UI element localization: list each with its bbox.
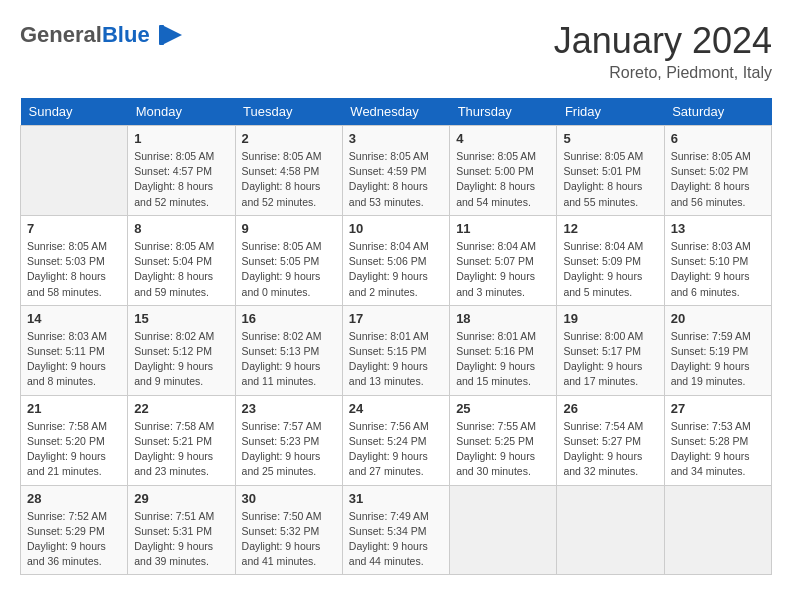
sunrise-label: Sunrise: 7:57 AM [242, 420, 322, 432]
calendar-cell: 16Sunrise: 8:02 AMSunset: 5:13 PMDayligh… [235, 305, 342, 395]
calendar-cell: 25Sunrise: 7:55 AMSunset: 5:25 PMDayligh… [450, 395, 557, 485]
day-info: Sunrise: 8:03 AMSunset: 5:10 PMDaylight:… [671, 239, 765, 300]
logo-general-text: General [20, 22, 102, 47]
sunrise-label: Sunrise: 7:58 AM [134, 420, 214, 432]
sunrise-label: Sunrise: 7:55 AM [456, 420, 536, 432]
day-number: 19 [563, 311, 657, 326]
day-number: 27 [671, 401, 765, 416]
calendar-week-2: 7Sunrise: 8:05 AMSunset: 5:03 PMDaylight… [21, 215, 772, 305]
day-number: 28 [27, 491, 121, 506]
calendar-cell: 18Sunrise: 8:01 AMSunset: 5:16 PMDayligh… [450, 305, 557, 395]
calendar-week-5: 28Sunrise: 7:52 AMSunset: 5:29 PMDayligh… [21, 485, 772, 575]
day-info: Sunrise: 8:05 AMSunset: 5:00 PMDaylight:… [456, 149, 550, 210]
calendar-header: SundayMondayTuesdayWednesdayThursdayFrid… [21, 98, 772, 126]
sunrise-label: Sunrise: 7:53 AM [671, 420, 751, 432]
day-number: 22 [134, 401, 228, 416]
calendar-cell: 14Sunrise: 8:03 AMSunset: 5:11 PMDayligh… [21, 305, 128, 395]
daylight-label: Daylight: 9 hours and 9 minutes. [134, 360, 213, 387]
sunrise-label: Sunrise: 8:00 AM [563, 330, 643, 342]
day-info: Sunrise: 8:05 AMSunset: 5:01 PMDaylight:… [563, 149, 657, 210]
daylight-label: Daylight: 9 hours and 6 minutes. [671, 270, 750, 297]
day-number: 7 [27, 221, 121, 236]
sunrise-label: Sunrise: 8:02 AM [134, 330, 214, 342]
day-number: 6 [671, 131, 765, 146]
day-info: Sunrise: 8:04 AMSunset: 5:06 PMDaylight:… [349, 239, 443, 300]
calendar-cell: 29Sunrise: 7:51 AMSunset: 5:31 PMDayligh… [128, 485, 235, 575]
sunset-label: Sunset: 5:02 PM [671, 165, 749, 177]
weekday-header-tuesday: Tuesday [235, 98, 342, 126]
sunrise-label: Sunrise: 8:05 AM [27, 240, 107, 252]
daylight-label: Daylight: 9 hours and 3 minutes. [456, 270, 535, 297]
sunset-label: Sunset: 5:03 PM [27, 255, 105, 267]
day-number: 3 [349, 131, 443, 146]
calendar-cell: 5Sunrise: 8:05 AMSunset: 5:01 PMDaylight… [557, 126, 664, 216]
sunrise-label: Sunrise: 7:51 AM [134, 510, 214, 522]
calendar-cell: 10Sunrise: 8:04 AMSunset: 5:06 PMDayligh… [342, 215, 449, 305]
day-info: Sunrise: 7:59 AMSunset: 5:19 PMDaylight:… [671, 329, 765, 390]
day-info: Sunrise: 8:01 AMSunset: 5:15 PMDaylight:… [349, 329, 443, 390]
day-info: Sunrise: 8:04 AMSunset: 5:09 PMDaylight:… [563, 239, 657, 300]
sunset-label: Sunset: 5:15 PM [349, 345, 427, 357]
day-number: 23 [242, 401, 336, 416]
sunset-label: Sunset: 5:13 PM [242, 345, 320, 357]
weekday-header-saturday: Saturday [664, 98, 771, 126]
sunset-label: Sunset: 5:29 PM [27, 525, 105, 537]
day-info: Sunrise: 8:02 AMSunset: 5:13 PMDaylight:… [242, 329, 336, 390]
daylight-label: Daylight: 8 hours and 52 minutes. [134, 180, 213, 207]
day-info: Sunrise: 8:05 AMSunset: 5:04 PMDaylight:… [134, 239, 228, 300]
day-info: Sunrise: 8:05 AMSunset: 4:58 PMDaylight:… [242, 149, 336, 210]
daylight-label: Daylight: 9 hours and 36 minutes. [27, 540, 106, 567]
day-info: Sunrise: 7:49 AMSunset: 5:34 PMDaylight:… [349, 509, 443, 570]
sunrise-label: Sunrise: 8:04 AM [349, 240, 429, 252]
daylight-label: Daylight: 8 hours and 52 minutes. [242, 180, 321, 207]
page-header: GeneralBlue January 2024 Roreto, Piedmon… [20, 20, 772, 82]
sunrise-label: Sunrise: 8:05 AM [242, 240, 322, 252]
daylight-label: Daylight: 9 hours and 41 minutes. [242, 540, 321, 567]
day-info: Sunrise: 7:53 AMSunset: 5:28 PMDaylight:… [671, 419, 765, 480]
title-block: January 2024 Roreto, Piedmont, Italy [554, 20, 772, 82]
day-info: Sunrise: 7:58 AMSunset: 5:21 PMDaylight:… [134, 419, 228, 480]
day-info: Sunrise: 8:03 AMSunset: 5:11 PMDaylight:… [27, 329, 121, 390]
sunrise-label: Sunrise: 7:52 AM [27, 510, 107, 522]
day-number: 8 [134, 221, 228, 236]
daylight-label: Daylight: 9 hours and 30 minutes. [456, 450, 535, 477]
sunset-label: Sunset: 5:27 PM [563, 435, 641, 447]
daylight-label: Daylight: 9 hours and 13 minutes. [349, 360, 428, 387]
day-info: Sunrise: 8:01 AMSunset: 5:16 PMDaylight:… [456, 329, 550, 390]
day-number: 17 [349, 311, 443, 326]
sunset-label: Sunset: 5:28 PM [671, 435, 749, 447]
sunrise-label: Sunrise: 8:02 AM [242, 330, 322, 342]
logo-icon [154, 20, 184, 50]
sunrise-label: Sunrise: 8:04 AM [563, 240, 643, 252]
sunset-label: Sunset: 5:24 PM [349, 435, 427, 447]
calendar-cell: 12Sunrise: 8:04 AMSunset: 5:09 PMDayligh… [557, 215, 664, 305]
daylight-label: Daylight: 9 hours and 8 minutes. [27, 360, 106, 387]
day-number: 14 [27, 311, 121, 326]
day-number: 31 [349, 491, 443, 506]
day-number: 15 [134, 311, 228, 326]
weekday-header-wednesday: Wednesday [342, 98, 449, 126]
sunset-label: Sunset: 5:06 PM [349, 255, 427, 267]
day-info: Sunrise: 7:55 AMSunset: 5:25 PMDaylight:… [456, 419, 550, 480]
daylight-label: Daylight: 8 hours and 53 minutes. [349, 180, 428, 207]
logo-blue-text: Blue [102, 22, 150, 47]
day-info: Sunrise: 8:05 AMSunset: 5:05 PMDaylight:… [242, 239, 336, 300]
day-number: 9 [242, 221, 336, 236]
daylight-label: Daylight: 9 hours and 25 minutes. [242, 450, 321, 477]
daylight-label: Daylight: 9 hours and 27 minutes. [349, 450, 428, 477]
sunrise-label: Sunrise: 8:05 AM [242, 150, 322, 162]
day-info: Sunrise: 8:04 AMSunset: 5:07 PMDaylight:… [456, 239, 550, 300]
calendar-cell: 26Sunrise: 7:54 AMSunset: 5:27 PMDayligh… [557, 395, 664, 485]
calendar-cell [557, 485, 664, 575]
day-info: Sunrise: 8:05 AMSunset: 4:59 PMDaylight:… [349, 149, 443, 210]
calendar-cell: 28Sunrise: 7:52 AMSunset: 5:29 PMDayligh… [21, 485, 128, 575]
sunset-label: Sunset: 5:32 PM [242, 525, 320, 537]
daylight-label: Daylight: 8 hours and 56 minutes. [671, 180, 750, 207]
daylight-label: Daylight: 8 hours and 54 minutes. [456, 180, 535, 207]
daylight-label: Daylight: 9 hours and 23 minutes. [134, 450, 213, 477]
day-number: 16 [242, 311, 336, 326]
day-info: Sunrise: 7:50 AMSunset: 5:32 PMDaylight:… [242, 509, 336, 570]
calendar-cell: 4Sunrise: 8:05 AMSunset: 5:00 PMDaylight… [450, 126, 557, 216]
day-info: Sunrise: 7:54 AMSunset: 5:27 PMDaylight:… [563, 419, 657, 480]
sunset-label: Sunset: 5:00 PM [456, 165, 534, 177]
